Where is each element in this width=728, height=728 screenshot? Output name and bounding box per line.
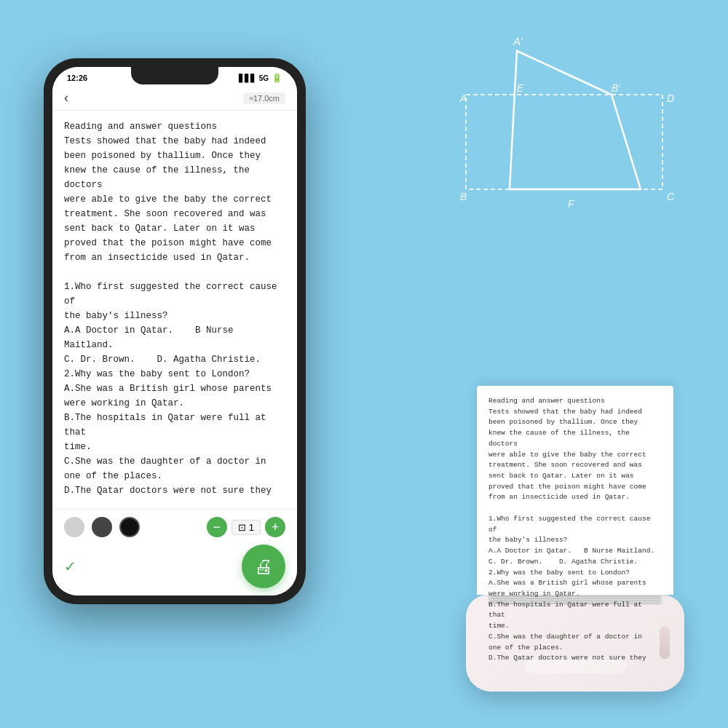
phone-container: 12:26 ▋▋▋ 5G 🔋 ‹ ≈17.0cm Reading and ans…: [44, 58, 306, 604]
check-icon: ✓: [64, 558, 76, 575]
printer-paper: Reading and answer questions Tests showe…: [477, 386, 673, 595]
ruler-display: ≈17.0cm: [243, 92, 285, 104]
svg-text:D: D: [667, 92, 674, 104]
phone-content: Reading and answer questions Tests showe…: [52, 111, 297, 509]
phone-screen: 12:26 ▋▋▋ 5G 🔋 ‹ ≈17.0cm Reading and ans…: [52, 67, 297, 596]
printer-container: Reading and answer questions Tests showe…: [459, 386, 692, 692]
size-value: 1: [249, 522, 254, 533]
printer-paper-text: Reading and answer questions Tests showe…: [488, 396, 662, 664]
reading-text: Reading and answer questions Tests showe…: [64, 119, 285, 498]
svg-text:B': B': [612, 82, 621, 94]
size-icon: ⊡: [238, 522, 246, 533]
network-type: 5G: [259, 74, 269, 82]
svg-marker-1: [510, 51, 641, 189]
signal-icon: ▋▋▋: [239, 74, 256, 82]
phone-status-icons: ▋▋▋ 5G 🔋: [239, 73, 282, 83]
color-dot-light[interactable]: [64, 517, 84, 537]
phone-notch: [131, 67, 218, 84]
svg-text:F: F: [568, 198, 575, 210]
size-controls: − ⊡ 1 +: [207, 517, 285, 537]
back-button[interactable]: ‹: [64, 90, 68, 106]
phone-bottom-bar: − ⊡ 1 + ✓ 🖨: [52, 509, 297, 596]
phone-nav-bar[interactable]: ‹ ≈17.0cm: [52, 86, 297, 111]
phone-time: 12:26: [67, 74, 87, 82]
geometry-diagram: A' A E B' D B F C: [444, 15, 692, 218]
size-increase-button[interactable]: +: [265, 517, 285, 537]
print-button[interactable]: 🖨: [242, 545, 285, 588]
svg-text:B: B: [460, 191, 467, 202]
phone-body: 12:26 ▋▋▋ 5G 🔋 ‹ ≈17.0cm Reading and ans…: [44, 58, 306, 604]
print-icon: 🖨: [254, 555, 273, 578]
svg-rect-0: [466, 95, 662, 189]
color-dot-black[interactable]: [119, 517, 140, 537]
size-display: ⊡ 1: [232, 520, 261, 535]
svg-text:C: C: [667, 191, 675, 202]
color-row: − ⊡ 1 +: [64, 517, 285, 537]
color-dot-dark[interactable]: [92, 517, 112, 537]
bottom-actions: ✓ 🖨: [64, 545, 285, 588]
svg-text:A: A: [459, 92, 467, 104]
battery-icon: 🔋: [272, 73, 282, 83]
svg-text:E: E: [517, 82, 524, 94]
svg-text:A': A': [513, 35, 523, 47]
size-decrease-button[interactable]: −: [207, 517, 227, 537]
